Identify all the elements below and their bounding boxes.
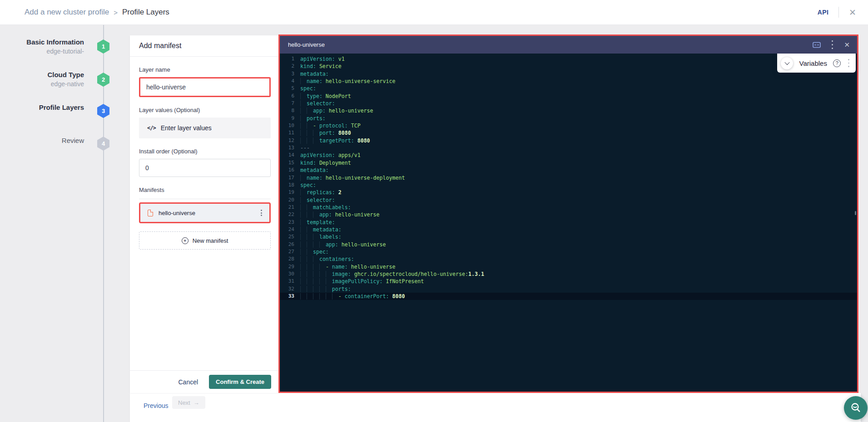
code-line: 31 imagePullPolicy: IfNotPresent	[280, 278, 857, 285]
manifests-label: Manifests	[139, 186, 271, 193]
code-editor[interactable]: 1apiVersion: v12kind: Service3metadata:4…	[280, 54, 857, 392]
manifest-item-hello-universe[interactable]: hello-universe	[139, 202, 271, 223]
line-number: 28	[280, 255, 300, 263]
previous-button[interactable]: Previous	[144, 402, 168, 409]
line-number: 26	[280, 241, 300, 248]
code-line: 3metadata:	[280, 70, 857, 78]
code-line: 12 targetPort: 8080	[280, 137, 857, 144]
plus-icon: +	[182, 237, 188, 244]
line-number: 3	[280, 70, 300, 78]
breadcrumb-separator: >	[114, 9, 118, 16]
top-header: Add a new cluster profile > Profile Laye…	[0, 0, 868, 25]
code-line: 6 type: NodePort	[280, 93, 857, 100]
line-number: 15	[280, 159, 300, 167]
line-number: 30	[280, 270, 300, 278]
code-line: 17 name: hello-universe-deployment	[280, 174, 857, 182]
line-number: 23	[280, 219, 300, 226]
line-number: 5	[280, 85, 300, 92]
line-number: 21	[280, 204, 300, 211]
code-line: 26 app: hello-universe	[280, 241, 857, 248]
magnifier-smile-icon	[850, 402, 862, 414]
line-number: 2	[280, 63, 300, 70]
line-number: 19	[280, 189, 300, 196]
line-number: 16	[280, 167, 300, 174]
line-number: 29	[280, 263, 300, 270]
line-number: 25	[280, 233, 300, 240]
arrow-right-icon: →	[193, 399, 199, 406]
step-label: Review	[0, 137, 84, 144]
step-number-badge[interactable]: 4	[97, 137, 109, 151]
code-line: 22 app: hello-universe	[280, 211, 857, 218]
line-number: 13	[280, 144, 300, 152]
variables-label: Variables	[799, 59, 828, 67]
code-line: 9 ports:	[280, 115, 857, 122]
step-number-badge[interactable]: 3	[97, 104, 109, 118]
breadcrumb: Add a new cluster profile > Profile Laye…	[25, 8, 169, 17]
step-sublabel: edge-tutorial-	[0, 48, 84, 55]
variables-collapse-button[interactable]	[781, 57, 793, 69]
close-icon[interactable]: ✕	[849, 8, 856, 17]
editor-close-icon[interactable]: ✕	[844, 41, 850, 48]
next-button[interactable]: Next →	[172, 396, 205, 409]
code-line: 30 image: ghcr.io/spectrocloud/hello-uni…	[280, 270, 857, 278]
code-line: 4 name: hello-universe-service	[280, 78, 857, 85]
add-manifest-panel: Add manifest Layer name Layer values (Op…	[130, 35, 280, 393]
code-line: 14apiVersion: apps/v1	[280, 152, 857, 159]
form-footer: Cancel Confirm & Create	[130, 370, 280, 393]
line-number: 27	[280, 248, 300, 255]
install-order-label: Install order (Optional)	[139, 148, 271, 155]
editor-title: hello-universe	[288, 41, 813, 48]
code-line: 25 labels:	[280, 233, 857, 240]
manifest-kebab-menu-icon[interactable]	[259, 208, 264, 218]
step-sublabel: edge-native	[0, 80, 84, 88]
line-number: 14	[280, 152, 300, 159]
line-number: 6	[280, 93, 300, 100]
enter-layer-values-button[interactable]: </> Enter layer values	[139, 118, 271, 138]
code-line: 19 replicas: 2	[280, 189, 857, 196]
help-search-bubble[interactable]	[844, 396, 868, 420]
variables-kebab-menu-icon[interactable]	[846, 57, 851, 69]
line-number: 1	[280, 55, 300, 63]
line-number: 31	[280, 278, 300, 285]
code-line: 20 selector:	[280, 196, 857, 204]
code-line: 18spec:	[280, 182, 857, 189]
code-line: 29 - name: hello-universe	[280, 263, 857, 270]
line-number: 32	[280, 285, 300, 293]
variables-popover: Variables ?	[777, 54, 856, 73]
editor-scrollbar[interactable]	[855, 211, 856, 215]
breadcrumb-current: Profile Layers	[122, 8, 169, 17]
code-line: 10 - protocol: TCP	[280, 122, 857, 129]
code-line: 11 port: 8080	[280, 129, 857, 137]
editor-header: hello-universe ✕	[280, 36, 857, 54]
new-manifest-label: New manifest	[193, 237, 228, 244]
step-label: Basic Information	[0, 38, 84, 46]
manifest-editor-panel: hello-universe ✕ 1apiVersion: v12kind: S…	[278, 34, 858, 393]
code-line: 33 - containerPort: 8080	[280, 293, 857, 300]
step-number-badge[interactable]: 1	[97, 39, 109, 54]
split-view-icon[interactable]	[813, 42, 821, 48]
line-number: 7	[280, 100, 300, 107]
breadcrumb-parent-link[interactable]: Add a new cluster profile	[25, 8, 109, 17]
step-number-badge[interactable]: 2	[97, 73, 109, 87]
code-line: 28 containers:	[280, 255, 857, 263]
layer-name-input[interactable]	[139, 77, 271, 97]
cancel-button[interactable]: Cancel	[178, 378, 198, 386]
line-number: 33	[280, 293, 300, 300]
new-manifest-button[interactable]: + New manifest	[139, 231, 271, 250]
manifest-file-icon	[148, 210, 153, 216]
code-line: 2kind: Service	[280, 63, 857, 70]
manifest-item-name: hello-universe	[159, 210, 259, 216]
layer-name-label: Layer name	[139, 66, 271, 73]
code-icon: </>	[147, 125, 156, 131]
api-button[interactable]: API	[818, 9, 828, 16]
variables-help-icon[interactable]: ?	[833, 59, 841, 67]
code-line: 7 selector:	[280, 100, 857, 107]
panel-title: Add manifest	[130, 35, 280, 56]
line-number: 11	[280, 129, 300, 137]
confirm-create-button[interactable]: Confirm & Create	[209, 375, 271, 389]
line-number: 12	[280, 137, 300, 144]
code-line: 16metadata:	[280, 167, 857, 174]
editor-kebab-menu-icon[interactable]	[830, 38, 835, 52]
install-order-input[interactable]	[139, 159, 271, 177]
line-number: 8	[280, 107, 300, 114]
